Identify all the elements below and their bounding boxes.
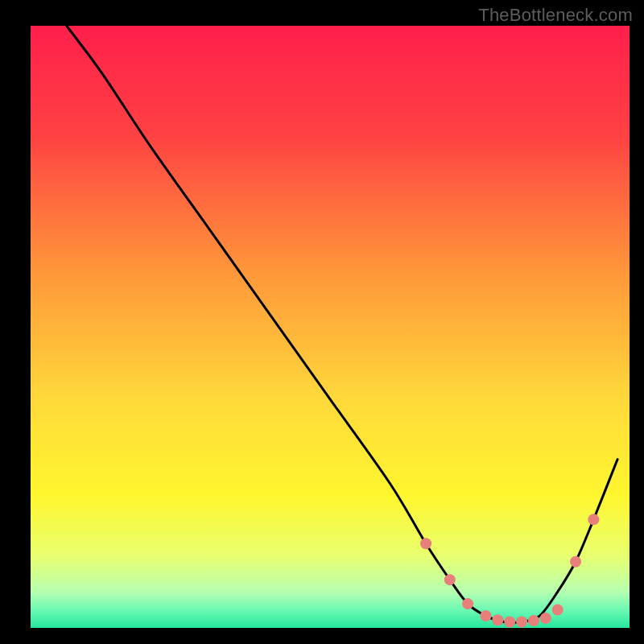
marker-point: [552, 605, 564, 616]
marker-point: [444, 574, 456, 585]
plot-background: [31, 26, 630, 628]
line-chart: [0, 0, 644, 644]
marker-point: [528, 615, 539, 626]
marker-point: [480, 610, 491, 621]
marker-point: [570, 556, 581, 568]
marker-point: [540, 613, 551, 624]
chart-container: TheBottleneck.com: [0, 0, 644, 644]
watermark-label: TheBottleneck.com: [478, 5, 633, 26]
marker-point: [588, 514, 599, 525]
marker-point: [462, 598, 473, 609]
marker-point: [504, 617, 515, 628]
marker-point: [492, 614, 503, 625]
marker-point: [516, 617, 527, 628]
marker-point: [420, 538, 431, 549]
